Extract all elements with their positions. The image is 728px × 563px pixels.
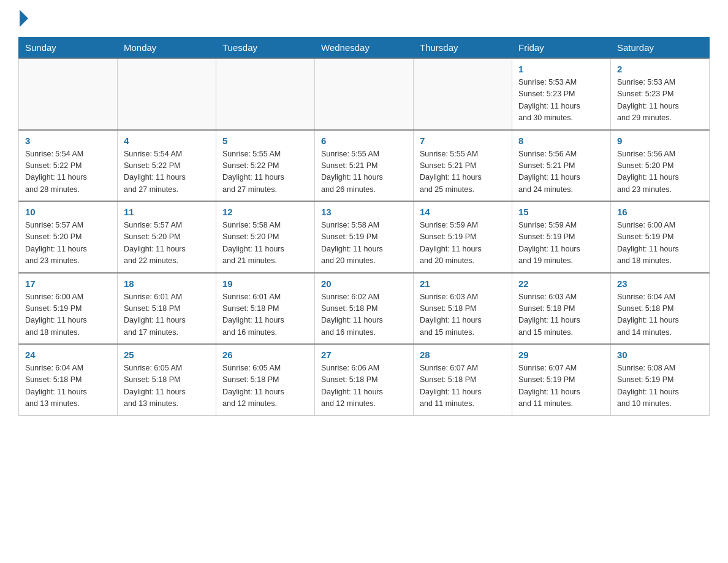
day-info: Sunrise: 5:58 AMSunset: 5:20 PMDaylight:… <box>222 220 308 267</box>
day-number: 10 <box>25 207 111 217</box>
calendar-cell: 4Sunrise: 5:54 AMSunset: 5:22 PMDaylight… <box>118 130 216 202</box>
column-header-friday: Friday <box>512 37 611 59</box>
calendar-cell: 25Sunrise: 6:05 AMSunset: 5:18 PMDayligh… <box>118 344 216 415</box>
day-info: Sunrise: 5:57 AMSunset: 5:20 PMDaylight:… <box>124 220 210 267</box>
day-number: 30 <box>617 350 703 360</box>
day-info: Sunrise: 5:59 AMSunset: 5:19 PMDaylight:… <box>518 220 604 267</box>
day-number: 1 <box>518 64 604 74</box>
calendar-cell: 15Sunrise: 5:59 AMSunset: 5:19 PMDayligh… <box>512 201 611 273</box>
day-info: Sunrise: 5:55 AMSunset: 5:22 PMDaylight:… <box>222 148 308 196</box>
calendar-cell: 23Sunrise: 6:04 AMSunset: 5:18 PMDayligh… <box>611 273 710 345</box>
day-number: 29 <box>518 350 604 360</box>
column-header-monday: Monday <box>118 37 216 59</box>
week-row-1: 1Sunrise: 5:53 AMSunset: 5:23 PMDaylight… <box>19 58 710 130</box>
day-info: Sunrise: 5:57 AMSunset: 5:20 PMDaylight:… <box>25 220 111 267</box>
page-header <box>18 12 710 25</box>
column-header-saturday: Saturday <box>611 37 710 59</box>
day-info: Sunrise: 6:00 AMSunset: 5:19 PMDaylight:… <box>617 220 703 267</box>
calendar-cell: 19Sunrise: 6:01 AMSunset: 5:18 PMDayligh… <box>216 273 315 345</box>
day-number: 19 <box>222 278 308 289</box>
column-header-thursday: Thursday <box>414 37 512 59</box>
calendar-cell: 3Sunrise: 5:54 AMSunset: 5:22 PMDaylight… <box>19 130 118 202</box>
calendar-cell <box>216 58 315 130</box>
logo <box>18 12 28 25</box>
calendar-header-row: SundayMondayTuesdayWednesdayThursdayFrid… <box>19 37 710 59</box>
day-number: 4 <box>124 136 210 146</box>
day-number: 15 <box>518 207 604 217</box>
day-number: 2 <box>617 64 703 74</box>
day-info: Sunrise: 6:03 AMSunset: 5:18 PMDaylight:… <box>518 291 604 339</box>
day-info: Sunrise: 5:56 AMSunset: 5:21 PMDaylight:… <box>518 148 604 196</box>
calendar-cell: 12Sunrise: 5:58 AMSunset: 5:20 PMDayligh… <box>216 201 315 273</box>
day-info: Sunrise: 6:08 AMSunset: 5:19 PMDaylight:… <box>617 362 703 410</box>
day-number: 23 <box>617 278 703 289</box>
week-row-2: 3Sunrise: 5:54 AMSunset: 5:22 PMDaylight… <box>19 130 710 202</box>
day-number: 26 <box>222 350 308 360</box>
calendar-cell: 20Sunrise: 6:02 AMSunset: 5:18 PMDayligh… <box>315 273 414 345</box>
day-number: 3 <box>25 136 111 146</box>
day-info: Sunrise: 5:56 AMSunset: 5:20 PMDaylight:… <box>617 148 703 196</box>
calendar-cell: 13Sunrise: 5:58 AMSunset: 5:19 PMDayligh… <box>315 201 414 273</box>
calendar-cell: 27Sunrise: 6:06 AMSunset: 5:18 PMDayligh… <box>315 344 414 415</box>
calendar-cell: 9Sunrise: 5:56 AMSunset: 5:20 PMDaylight… <box>611 130 710 202</box>
calendar-cell <box>118 58 216 130</box>
day-info: Sunrise: 5:54 AMSunset: 5:22 PMDaylight:… <box>124 148 210 196</box>
day-info: Sunrise: 6:02 AMSunset: 5:18 PMDaylight:… <box>321 291 407 339</box>
calendar-cell: 5Sunrise: 5:55 AMSunset: 5:22 PMDaylight… <box>216 130 315 202</box>
calendar-cell: 26Sunrise: 6:05 AMSunset: 5:18 PMDayligh… <box>216 344 315 415</box>
calendar-cell: 24Sunrise: 6:04 AMSunset: 5:18 PMDayligh… <box>19 344 118 415</box>
day-number: 16 <box>617 207 703 217</box>
day-info: Sunrise: 5:53 AMSunset: 5:23 PMDaylight:… <box>617 77 703 124</box>
calendar-cell: 14Sunrise: 5:59 AMSunset: 5:19 PMDayligh… <box>414 201 512 273</box>
day-number: 20 <box>321 278 407 289</box>
day-number: 6 <box>321 136 407 146</box>
calendar-cell: 2Sunrise: 5:53 AMSunset: 5:23 PMDaylight… <box>611 58 710 130</box>
day-info: Sunrise: 6:07 AMSunset: 5:18 PMDaylight:… <box>420 362 506 410</box>
calendar-cell: 7Sunrise: 5:55 AMSunset: 5:21 PMDaylight… <box>414 130 512 202</box>
day-number: 14 <box>420 207 506 217</box>
calendar-cell: 22Sunrise: 6:03 AMSunset: 5:18 PMDayligh… <box>512 273 611 345</box>
week-row-4: 17Sunrise: 6:00 AMSunset: 5:19 PMDayligh… <box>19 273 710 345</box>
calendar-cell <box>19 58 118 130</box>
day-number: 8 <box>518 136 604 146</box>
day-info: Sunrise: 6:06 AMSunset: 5:18 PMDaylight:… <box>321 362 407 410</box>
column-header-tuesday: Tuesday <box>216 37 315 59</box>
logo-arrow-icon <box>20 10 28 27</box>
column-header-wednesday: Wednesday <box>315 37 414 59</box>
day-number: 5 <box>222 136 308 146</box>
day-info: Sunrise: 5:54 AMSunset: 5:22 PMDaylight:… <box>25 148 111 196</box>
day-info: Sunrise: 5:59 AMSunset: 5:19 PMDaylight:… <box>420 220 506 267</box>
day-number: 9 <box>617 136 703 146</box>
day-info: Sunrise: 6:05 AMSunset: 5:18 PMDaylight:… <box>222 362 308 410</box>
calendar-cell: 21Sunrise: 6:03 AMSunset: 5:18 PMDayligh… <box>414 273 512 345</box>
calendar-cell <box>414 58 512 130</box>
day-info: Sunrise: 6:04 AMSunset: 5:18 PMDaylight:… <box>617 291 703 339</box>
day-info: Sunrise: 6:03 AMSunset: 5:18 PMDaylight:… <box>420 291 506 339</box>
calendar-cell: 6Sunrise: 5:55 AMSunset: 5:21 PMDaylight… <box>315 130 414 202</box>
calendar-cell: 17Sunrise: 6:00 AMSunset: 5:19 PMDayligh… <box>19 273 118 345</box>
day-number: 24 <box>25 350 111 360</box>
day-number: 21 <box>420 278 506 289</box>
day-number: 12 <box>222 207 308 217</box>
column-header-sunday: Sunday <box>19 37 118 59</box>
day-number: 25 <box>124 350 210 360</box>
calendar-cell: 30Sunrise: 6:08 AMSunset: 5:19 PMDayligh… <box>611 344 710 415</box>
calendar-cell: 11Sunrise: 5:57 AMSunset: 5:20 PMDayligh… <box>118 201 216 273</box>
calendar-cell <box>315 58 414 130</box>
day-number: 18 <box>124 278 210 289</box>
calendar-cell: 1Sunrise: 5:53 AMSunset: 5:23 PMDaylight… <box>512 58 611 130</box>
day-info: Sunrise: 5:58 AMSunset: 5:19 PMDaylight:… <box>321 220 407 267</box>
day-info: Sunrise: 5:55 AMSunset: 5:21 PMDaylight:… <box>420 148 506 196</box>
calendar-table: SundayMondayTuesdayWednesdayThursdayFrid… <box>18 37 710 416</box>
day-info: Sunrise: 6:01 AMSunset: 5:18 PMDaylight:… <box>222 291 308 339</box>
calendar-cell: 16Sunrise: 6:00 AMSunset: 5:19 PMDayligh… <box>611 201 710 273</box>
day-info: Sunrise: 6:01 AMSunset: 5:18 PMDaylight:… <box>124 291 210 339</box>
calendar-cell: 29Sunrise: 6:07 AMSunset: 5:19 PMDayligh… <box>512 344 611 415</box>
day-number: 7 <box>420 136 506 146</box>
day-info: Sunrise: 5:55 AMSunset: 5:21 PMDaylight:… <box>321 148 407 196</box>
calendar-cell: 18Sunrise: 6:01 AMSunset: 5:18 PMDayligh… <box>118 273 216 345</box>
day-info: Sunrise: 6:04 AMSunset: 5:18 PMDaylight:… <box>25 362 111 410</box>
calendar-cell: 10Sunrise: 5:57 AMSunset: 5:20 PMDayligh… <box>19 201 118 273</box>
day-number: 17 <box>25 278 111 289</box>
calendar-cell: 8Sunrise: 5:56 AMSunset: 5:21 PMDaylight… <box>512 130 611 202</box>
